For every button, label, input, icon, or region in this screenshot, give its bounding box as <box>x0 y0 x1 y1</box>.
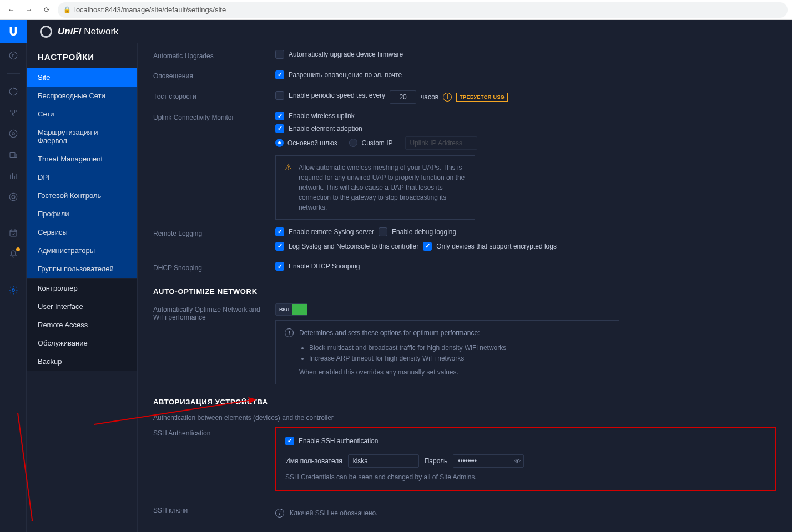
label-dhcp-snooping: DHCP Snooping <box>153 262 275 272</box>
label-auto-optimize: Automatically Optimize Network and WiFi … <box>153 303 275 321</box>
rail-dashboard-icon[interactable]: D <box>8 50 19 61</box>
brand-circle-icon <box>40 26 52 38</box>
label-password: Пароль <box>425 457 448 465</box>
svg-point-5 <box>12 114 14 115</box>
label-username: Имя пользователя <box>285 457 342 465</box>
checkbox-log-controller[interactable]: Log Syslog and Netconsole to this contro… <box>275 242 418 251</box>
sidebar-item-remote[interactable]: Remote Access <box>27 316 137 334</box>
sidebar-item-maintenance[interactable]: Обслуживание <box>27 334 137 352</box>
sidebar-item-services[interactable]: Сервисы <box>27 223 137 241</box>
label-speedtest: Тест скорости <box>153 90 275 100</box>
sidebar-item-wireless[interactable]: Беспроводные Сети <box>27 87 137 105</box>
label-auto-upgrades: Automatic Upgrades <box>153 50 275 60</box>
sidebar-item-profiles[interactable]: Профили <box>27 205 137 223</box>
label-ssh-keys: SSH ключи <box>153 504 275 514</box>
rail-wifi-icon[interactable] <box>8 191 19 202</box>
radio-custom-ip[interactable]: Custom IP <box>349 139 392 147</box>
checkbox-element-adoption[interactable]: Enable element adoption <box>275 124 362 133</box>
checkbox-debug-log[interactable]: Enable debug logging <box>379 227 456 236</box>
label-ssh-auth: SSH Authentication <box>153 427 275 437</box>
nav-rail: D <box>0 43 27 532</box>
svg-text:D: D <box>12 54 14 58</box>
toggle-auto-optimize[interactable]: ВКЛ <box>275 303 307 316</box>
url-text: localhost:8443/manage/site/default/setti… <box>74 6 226 14</box>
label-hours: часов <box>421 93 438 101</box>
browser-toolbar: ← → ⟳ 🔒 localhost:8443/manage/site/defau… <box>0 0 792 20</box>
app-header: UniFi Network <box>0 20 792 43</box>
sidebar-item-controller[interactable]: Контроллер <box>27 279 137 297</box>
sidebar-group-1: Site Беспроводные Сети Сети Маршрутизаци… <box>27 68 137 278</box>
rail-settings-icon[interactable] <box>8 285 19 296</box>
svg-point-7 <box>12 133 14 135</box>
ssh-highlight-box: Enable SSH authentication Имя пользовате… <box>275 427 776 491</box>
lock-icon: 🔒 <box>63 6 71 13</box>
svg-point-2 <box>9 88 17 95</box>
input-ssh-username[interactable] <box>348 454 419 468</box>
auto-optimize-info: iDetermines and sets these options for o… <box>275 320 619 384</box>
sidebar-item-routing[interactable]: Маршрутизация и Фаервол <box>27 123 137 150</box>
sidebar-item-dpi[interactable]: DPI <box>27 168 137 186</box>
svg-point-6 <box>9 130 17 138</box>
sidebar-item-networks[interactable]: Сети <box>27 105 137 123</box>
eye-icon[interactable]: 👁 <box>514 458 521 464</box>
main-content: Automatic Upgrades Automatically upgrade… <box>138 43 792 532</box>
radio-default-gateway[interactable]: Основной шлюз <box>275 139 337 147</box>
brand: UniFi Network <box>27 26 119 38</box>
checkbox-wireless-uplink[interactable]: Enable wireless uplink <box>275 112 355 120</box>
sidebar-item-ui[interactable]: User Interface <box>27 297 137 316</box>
input-uplink-ip[interactable] <box>405 136 477 150</box>
info-icon: i <box>285 328 294 337</box>
rail-clients-icon[interactable] <box>8 149 19 160</box>
logo-icon[interactable] <box>0 20 27 43</box>
svg-point-13 <box>12 289 14 292</box>
checkbox-enable-ssh[interactable]: Enable SSH authentication <box>285 437 378 445</box>
uplink-warning-box: ⚠ Allow automatic wireless meshing of yo… <box>275 155 475 220</box>
rail-devices-icon[interactable] <box>8 128 19 139</box>
heading-device-auth: АВТОРИЗАЦИЯ УСТРОЙСТВА <box>153 398 776 406</box>
checkbox-email-alerts[interactable]: Разрешить оповещение по эл. почте <box>275 70 402 79</box>
label-uplink: Uplink Connectivity Monitor <box>153 112 275 121</box>
svg-rect-12 <box>10 230 17 236</box>
svg-point-4 <box>14 110 16 112</box>
rail-map-icon[interactable] <box>8 107 19 118</box>
warning-icon: ⚠ <box>285 163 292 212</box>
svg-point-3 <box>10 110 12 112</box>
rail-statistics-icon[interactable] <box>8 86 19 97</box>
ssh-note: SSH Credentials can be seen and changed … <box>285 473 766 481</box>
info-icon[interactable]: i <box>443 93 452 102</box>
info-icon: i <box>275 509 284 518</box>
rail-alerts-icon[interactable] <box>8 249 19 260</box>
sidebar-item-guest[interactable]: Гостевой Контроль <box>27 186 137 205</box>
label-remote-logging: Remote Logging <box>153 227 275 237</box>
svg-point-10 <box>9 193 17 201</box>
rail-insights-icon[interactable] <box>8 170 19 181</box>
label-alerts: Оповещения <box>153 70 275 80</box>
forward-button[interactable]: → <box>22 3 36 17</box>
sidebar-title: НАСТРОЙКИ <box>27 43 137 68</box>
sidebar-item-threat[interactable]: Threat Management <box>27 150 137 168</box>
svg-point-11 <box>12 195 15 199</box>
input-ssh-password[interactable] <box>453 454 524 468</box>
checkbox-speedtest[interactable]: Enable periodic speed test every <box>275 91 385 100</box>
url-bar[interactable]: 🔒 localhost:8443/manage/site/default/set… <box>58 2 788 18</box>
svg-rect-9 <box>14 154 17 158</box>
checkbox-syslog[interactable]: Enable remote Syslog server <box>275 227 374 236</box>
ssh-keys-empty: Ключей SSH не обозначено. <box>290 509 378 517</box>
checkbox-encrypted-only[interactable]: Only devices that support encrypted logs <box>423 242 557 251</box>
checkbox-dhcp-snooping[interactable]: Enable DHCP Snooping <box>275 262 360 271</box>
sidebar-item-usergroups[interactable]: Группы пользователей <box>27 260 137 278</box>
sidebar-group-2: Контроллер User Interface Remote Access … <box>27 279 137 371</box>
back-button[interactable]: ← <box>4 3 18 17</box>
sidebar-item-site[interactable]: Site <box>27 68 137 87</box>
sidebar-item-backup[interactable]: Backup <box>27 352 137 371</box>
usg-required-badge: ТРЕБУЕТСЯ USG <box>456 93 508 102</box>
heading-auto-optimize: AUTO-OPTIMIZE NETWORK <box>153 287 776 296</box>
sidebar-item-admins[interactable]: Администраторы <box>27 241 137 260</box>
checkbox-auto-upgrade[interactable]: Automatically upgrade device firmware <box>275 50 403 59</box>
rail-events-icon[interactable] <box>8 227 19 239</box>
reload-button[interactable]: ⟳ <box>40 3 53 17</box>
input-speedtest-interval[interactable] <box>390 90 416 104</box>
device-auth-subtitle: Authentication between elements (devices… <box>153 414 776 422</box>
settings-sidebar: НАСТРОЙКИ Site Беспроводные Сети Сети Ма… <box>27 43 138 532</box>
